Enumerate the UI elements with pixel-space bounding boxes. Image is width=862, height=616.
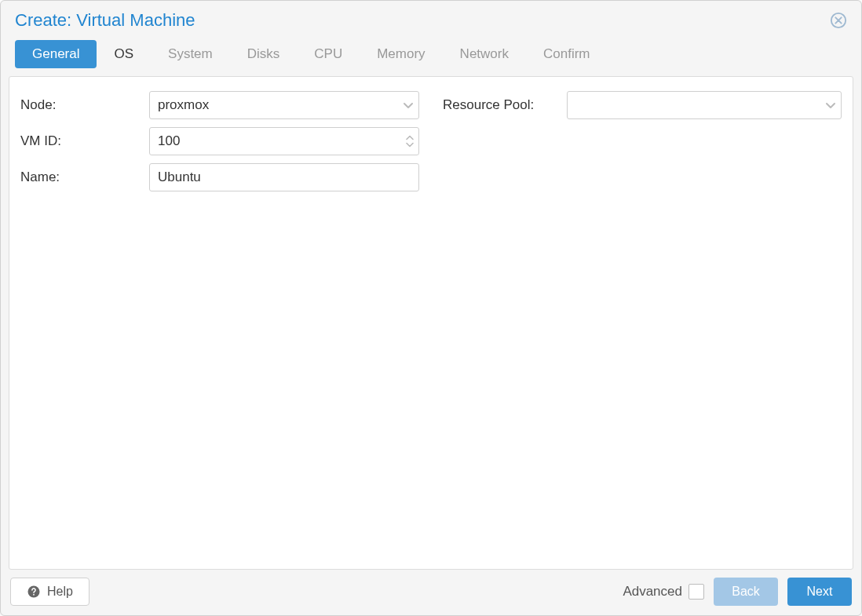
chevron-up-icon bbox=[405, 135, 415, 141]
tab-memory: Memory bbox=[360, 40, 442, 68]
label-node: Node: bbox=[20, 97, 143, 113]
help-icon bbox=[27, 585, 41, 599]
dialog-footer: Help Advanced Back Next bbox=[1, 570, 861, 615]
node-combo[interactable] bbox=[149, 91, 419, 119]
name-input[interactable] bbox=[149, 163, 419, 191]
tab-network: Network bbox=[443, 40, 526, 68]
tab-general[interactable]: General bbox=[15, 40, 97, 68]
next-button[interactable]: Next bbox=[787, 578, 852, 606]
node-input[interactable] bbox=[149, 91, 419, 119]
vmid-spinner[interactable] bbox=[149, 127, 419, 155]
label-vmid: VM ID: bbox=[20, 133, 143, 149]
close-button[interactable] bbox=[830, 12, 847, 29]
svg-point-2 bbox=[33, 594, 35, 596]
resource-pool-input[interactable] bbox=[567, 91, 842, 119]
row-name: Name: bbox=[20, 163, 419, 191]
form-panel: Node: VM ID: bbox=[9, 76, 853, 570]
tab-confirm: Confirm bbox=[526, 40, 608, 68]
name-field bbox=[149, 163, 419, 191]
row-node: Node: bbox=[20, 91, 419, 119]
back-button: Back bbox=[714, 578, 778, 606]
chevron-down-icon bbox=[405, 142, 415, 148]
advanced-label: Advanced bbox=[623, 584, 682, 600]
create-vm-dialog: Create: Virtual Machine General OS Syste… bbox=[0, 0, 862, 616]
resource-pool-combo[interactable] bbox=[567, 91, 842, 119]
tab-cpu: CPU bbox=[297, 40, 360, 68]
dialog-titlebar: Create: Virtual Machine bbox=[1, 1, 861, 35]
form-column-right: Resource Pool: bbox=[443, 91, 842, 555]
help-button[interactable]: Help bbox=[10, 578, 89, 606]
tab-disks: Disks bbox=[230, 40, 298, 68]
advanced-checkbox[interactable] bbox=[689, 584, 704, 600]
label-name: Name: bbox=[20, 169, 143, 185]
tab-os[interactable]: OS bbox=[97, 40, 151, 68]
label-resource-pool: Resource Pool: bbox=[443, 97, 561, 113]
wizard-tabs: General OS System Disks CPU Memory Netwo… bbox=[1, 35, 861, 68]
row-vmid: VM ID: bbox=[20, 127, 419, 155]
vmid-input[interactable] bbox=[149, 127, 419, 155]
spinner-buttons[interactable] bbox=[405, 135, 415, 148]
close-icon bbox=[830, 12, 847, 29]
help-label: Help bbox=[47, 585, 73, 599]
form-column-left: Node: VM ID: bbox=[20, 91, 419, 555]
dialog-title: Create: Virtual Machine bbox=[15, 10, 195, 31]
row-resource-pool: Resource Pool: bbox=[443, 91, 842, 119]
tab-system: System bbox=[151, 40, 230, 68]
